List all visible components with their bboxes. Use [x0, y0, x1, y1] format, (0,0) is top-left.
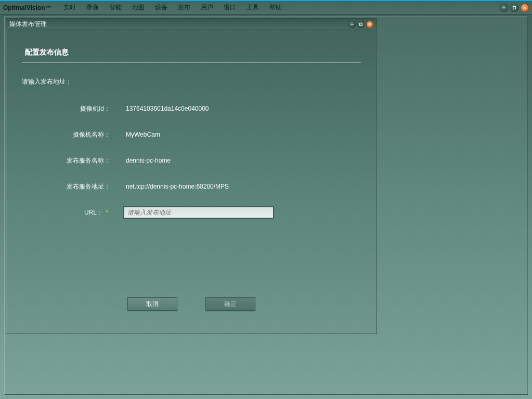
main-close-button[interactable]: [521, 4, 529, 12]
value-service-addr: net.tcp://dennis-pc-home:60200/MPS: [113, 183, 229, 190]
menu-item-map[interactable]: 地图: [127, 3, 150, 12]
value-service-name: dennis-pc-home: [113, 157, 171, 164]
main-minimize-button[interactable]: [500, 4, 508, 12]
subwindow-titlebar[interactable]: 媒体发布管理: [6, 19, 377, 30]
label-camera-name: 摄像机名称：: [9, 130, 113, 139]
svg-rect-1: [360, 23, 362, 25]
value-url: [113, 207, 274, 218]
label-url: URL： *: [9, 208, 113, 217]
media-publish-subwindow: 媒体发布管理 配置发布信息 请输入发布地址： 摄像机Id： 1376410: [6, 18, 377, 334]
url-input[interactable]: [124, 207, 274, 218]
prompt-text: 请输入发布地址：: [22, 77, 373, 86]
value-camera-id: 13764103601da14c0e040000: [113, 105, 209, 112]
menu-item-window[interactable]: 窗口: [218, 3, 241, 12]
menu-item-help[interactable]: 帮助: [264, 3, 287, 12]
row-url: URL： *: [9, 207, 373, 218]
row-service-addr: 发布服务地址： net.tcp://dennis-pc-home:60200/M…: [9, 181, 373, 192]
label-service-name: 发布服务名称：: [9, 156, 113, 165]
main-menu: 实时 录像 智能 地图 设备 发布 用户 窗口 工具 帮助: [58, 3, 287, 12]
subwindow-maximize-button[interactable]: [357, 21, 365, 28]
button-row: 取消 确定: [9, 297, 373, 311]
app-title: OptimalVision™: [3, 4, 51, 11]
ok-button[interactable]: 确定: [205, 297, 255, 311]
row-camera-name: 摄像机名称： MyWebCam: [9, 129, 373, 140]
form-area: 摄像机Id： 13764103601da14c0e040000 摄像机名称： M…: [9, 103, 373, 218]
subwindow-body: 配置发布信息 请输入发布地址： 摄像机Id： 13764103601da14c0…: [9, 33, 373, 330]
label-url-text: URL：: [84, 209, 103, 216]
menu-item-record[interactable]: 录像: [81, 3, 104, 12]
menu-item-smart[interactable]: 智能: [104, 3, 127, 12]
row-camera-id: 摄像机Id： 13764103601da14c0e040000: [9, 103, 373, 114]
menu-item-user[interactable]: 用户: [196, 3, 218, 12]
main-maximize-button[interactable]: [510, 4, 518, 12]
section-heading: 配置发布信息: [22, 44, 361, 63]
workspace: 媒体发布管理 配置发布信息 请输入发布地址： 摄像机Id： 1376410: [4, 17, 528, 395]
subwindow-close-button[interactable]: [366, 21, 373, 28]
subwindow-title: 媒体发布管理: [9, 20, 47, 29]
menu-item-realtime[interactable]: 实时: [58, 3, 81, 12]
required-star-icon: *: [105, 209, 110, 216]
cancel-button[interactable]: 取消: [127, 297, 177, 311]
menu-item-publish[interactable]: 发布: [173, 3, 196, 12]
svg-rect-0: [513, 6, 516, 9]
main-titlebar: OptimalVision™ 实时 录像 智能 地图 设备 发布 用户 窗口 工…: [0, 1, 532, 15]
label-camera-id: 摄像机Id：: [9, 104, 113, 113]
main-window-controls: [500, 4, 529, 12]
subwindow-minimize-button[interactable]: [348, 21, 356, 28]
menu-item-device[interactable]: 设备: [150, 3, 173, 12]
menu-item-tools[interactable]: 工具: [241, 3, 264, 12]
label-service-addr: 发布服务地址：: [9, 182, 113, 191]
value-camera-name: MyWebCam: [113, 131, 160, 138]
row-service-name: 发布服务名称： dennis-pc-home: [9, 155, 373, 166]
subwindow-controls: [348, 21, 373, 28]
